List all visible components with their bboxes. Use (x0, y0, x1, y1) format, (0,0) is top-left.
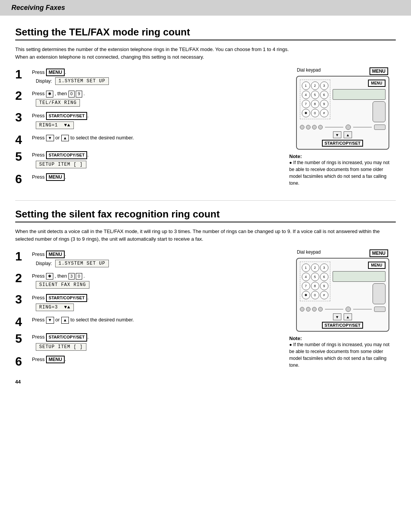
section2-note: Note: ● If the number of rings is increa… (289, 335, 396, 369)
keypad-grid: 1 2 3 4 5 6 7 8 9 ✱ 0 # (300, 80, 330, 119)
section-separator (15, 200, 396, 201)
s2-keypad-grid: 1 2 3 4 5 6 7 8 9 ✱ 0 # (300, 262, 330, 301)
s2-up-arrow-btn: ▲ (344, 313, 352, 320)
section2-steps-diagram: 1 Press MENU. Display: 1.SYSTEM SET UP 2 (15, 249, 396, 371)
page-number: 44 (15, 379, 396, 385)
step-5: 5 Press START/COPY/SET. SETUP ITEM [ ] (15, 150, 278, 168)
s2-step-5: 5 Press START/COPY/SET. SETUP ITEM [ ] (15, 332, 278, 350)
step-1: 1 Press MENU. Display: 1.SYSTEM SET UP (15, 67, 278, 85)
section2-steps-col: 1 Press MENU. Display: 1.SYSTEM SET UP 2 (15, 249, 278, 371)
step-6: 6 Press MENU. (15, 172, 278, 185)
section1-steps-col: 1 Press MENU. Display: 1.SYSTEM SET UP 2 (15, 67, 278, 189)
section1-note: Note: ● If the number of rings is increa… (289, 153, 396, 187)
section1-diagram: Dial keypad MENU 1 2 3 4 5 6 7 8 (289, 67, 396, 189)
section2-diagram: Dial keypad MENU 1 2 3 4 5 6 7 8 (289, 249, 396, 371)
s2-step-2: 2 Press ✱ , then 3 0 . SILENT FAX RING (15, 271, 278, 289)
step-2: 2 Press ✱ , then 0 9 . TEL/FAX RING (15, 89, 278, 106)
section1-intro: This setting determines the number of th… (15, 46, 396, 61)
section1-title: Setting the TEL/FAX mode ring count (15, 26, 396, 40)
step2-press: Press (32, 91, 45, 96)
section2-intro: When the unit detects a voice call in th… (15, 228, 396, 243)
header-label: Receiving Faxes (11, 4, 65, 11)
down-arrow-btn: ▼ (333, 131, 341, 138)
s2-dial-keypad-label: Dial keypad (297, 249, 321, 257)
s2-step-3: 3 Press START/COPY/SET. RING=3 ▼▲ (15, 292, 278, 311)
step1-press: Press (32, 69, 45, 75)
s2-menu-label: MENU (370, 249, 388, 257)
s2-step-4: 4 Press ▼ or ▲ to select the desired num… (15, 315, 278, 328)
section1-steps-diagram: 1 Press MENU. Display: 1.SYSTEM SET UP 2 (15, 67, 396, 189)
step1-menu-btn: MENU (46, 69, 65, 76)
step-3: 3 Press START/COPY/SET. RING=1 ▼▲ (15, 110, 278, 129)
section2-title: Setting the silent fax recognition ring … (15, 208, 396, 222)
s2-down-arrow-btn: ▼ (333, 313, 341, 320)
menu-label: MENU (370, 67, 388, 75)
up-arrow-btn: ▲ (344, 131, 352, 138)
dial-keypad-label: Dial keypad (297, 67, 321, 75)
s2-step-1: 1 Press MENU. Display: 1.SYSTEM SET UP (15, 249, 278, 267)
step5-press: Press (32, 152, 45, 158)
step-4: 4 Press ▼ or ▲ to select the desired num… (15, 133, 278, 146)
s2-step-6: 6 Press MENU. (15, 355, 278, 367)
header-bar: Receiving Faxes (0, 0, 411, 16)
step6-press: Press (32, 174, 45, 180)
step3-press: Press (32, 113, 45, 118)
